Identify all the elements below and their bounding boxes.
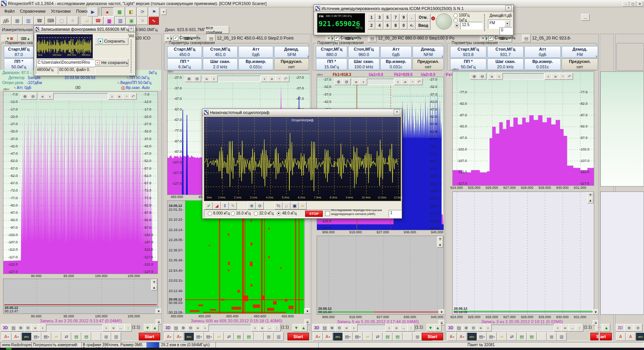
toolbar-overflow-button[interactable]: ... [581, 14, 590, 21]
wf-toolbar-page-last[interactable]: » [393, 324, 400, 332]
param-вризмер-button[interactable]: Вр.измер.0.031с [524, 58, 561, 70]
icom-key-3[interactable]: 3 [376, 13, 383, 21]
wf-toolbar-scrollbar[interactable] [46, 325, 103, 331]
an-toolbar-cursor-info[interactable]: ▥ [557, 332, 567, 341]
param-демод-button[interactable]: Демод.FM [562, 46, 598, 58]
toolbar-button-phone-record[interactable]: ☎ [93, 17, 104, 25]
wf-toolbar-view-3d[interactable]: 3D [616, 324, 625, 332]
an-toolbar-cursor-info[interactable]: ▥ [274, 332, 284, 341]
volume-slider[interactable] [131, 40, 131, 73]
plot-redo-zoom-icon[interactable]: ↶ [282, 75, 289, 82]
plot-scrollbar[interactable] [217, 76, 261, 82]
icom-key-6[interactable]: 6 [384, 21, 391, 30]
scroll-up-icon[interactable]: ▲ [151, 285, 157, 291]
an-toolbar-graph-type-2[interactable]: ▤▾ [353, 332, 363, 341]
akf-period-field[interactable]: 1 [389, 210, 402, 218]
plot-zoom-out-icon[interactable]: ⊖ [342, 78, 351, 85]
an-toolbar-open-folder[interactable]: ▱ [497, 332, 507, 341]
an-toolbar-db-book-2[interactable]: ▤ [393, 332, 402, 341]
wf-toolbar-page-last[interactable]: » [561, 324, 569, 332]
wf-toolbar-scroll-down[interactable]: ▼ [427, 324, 434, 332]
an-toolbar-marker-font-1[interactable]: A▾ [2, 332, 12, 341]
wf-toolbar-fit-height[interactable]: ↕ [576, 324, 583, 332]
panel-4-params-more[interactable]: › [596, 54, 599, 59]
wf-toolbar-zoom-out[interactable]: ⊖ [633, 324, 642, 332]
scroll-top-icon[interactable]: ⇈ [437, 236, 443, 242]
toolbar-button-spectrogram[interactable]: ▩ [114, 7, 125, 17]
an-toolbar-abc-labels[interactable]: abc [21, 332, 31, 341]
param-демод-button[interactable]: Демод.SFM [274, 46, 309, 58]
osc-toolbar-save[interactable]: ▣ [291, 202, 299, 210]
toolbar-button-columns[interactable]: ▥ [23, 17, 34, 25]
wf-toolbar-page-prev[interactable]: ‹ [484, 324, 492, 332]
toolbar-dropdown[interactable]: ▾ [161, 9, 166, 15]
wf-toolbar-scrollbar[interactable] [357, 325, 386, 331]
an-toolbar-graph-type-2[interactable]: ▤▾ [487, 332, 497, 341]
param-стартмгц-button[interactable]: Старт,МГц880.0 [316, 46, 347, 58]
an-toolbar-open-folder[interactable]: ▱ [363, 332, 373, 341]
icom-key-7[interactable]: 7 [392, 13, 399, 21]
toolbar-button-bars-thumb[interactable]: ▥ [115, 17, 126, 25]
plot-page-prev-icon[interactable]: ‹ [46, 93, 54, 100]
an-toolbar-export[interactable]: ⇄ [507, 332, 517, 341]
an-toolbar-export[interactable]: ⇄ [224, 332, 234, 341]
panel-4-spectrum-plot[interactable] [452, 71, 594, 186]
toolbar-button-delete[interactable]: ✕ [137, 17, 148, 25]
osc-rate-option[interactable]: 16.0 кГц [231, 211, 251, 216]
wf-toolbar-view-3d[interactable]: 3D [312, 324, 321, 332]
wf-toolbar-zoom-out[interactable]: ⊖ [470, 324, 477, 332]
chevron-down-icon[interactable]: ▼ [504, 20, 510, 26]
scroll-top-icon[interactable]: ⇈ [151, 279, 157, 285]
wf-toolbar-page-first[interactable]: « [477, 324, 485, 332]
param-стартмгц-button[interactable]: Старт,МГц87.0 [4, 46, 34, 58]
plot-page-prev-icon[interactable]: ‹ [360, 78, 367, 85]
panel-2-start-button[interactable]: Start [288, 333, 309, 340]
step-radio-custom[interactable] [455, 24, 459, 28]
axis-scroll-down-icon[interactable]: ▼ [304, 309, 310, 314]
osc-toolbar-marker[interactable]: µ [283, 202, 291, 210]
an-toolbar-blank[interactable] [402, 332, 412, 341]
wf-toolbar-page-first[interactable]: « [343, 324, 350, 332]
plot-page-first-icon[interactable]: « [203, 75, 210, 82]
osc-toolbar-pencil[interactable]: ✎ [229, 202, 237, 210]
scroll-top-icon[interactable]: ⇈ [587, 192, 593, 198]
wf-toolbar-zoom-out[interactable]: ⊖ [187, 324, 194, 332]
maximize-button[interactable]: ▢ [629, 1, 636, 7]
step-option-100Гц[interactable]: 100Гц [453, 13, 470, 18]
an-toolbar-blank[interactable] [254, 332, 264, 341]
panel-4-start-button[interactable]: Start [590, 333, 612, 340]
close-icon[interactable]: ✕ [129, 26, 134, 32]
an-toolbar-marker-font-2[interactable]: A▾ [174, 332, 184, 341]
toolbar-button-run[interactable]: ▶ [87, 7, 98, 17]
osc-rate-radio[interactable] [254, 211, 258, 216]
plot-page-last-icon[interactable]: » [115, 93, 123, 100]
wf-toolbar-zoom-out[interactable]: ⊖ [335, 324, 343, 332]
wf-toolbar-view-3d[interactable]: 3D [446, 324, 455, 332]
osc-toolbar-apply[interactable]: ✔ [205, 202, 213, 210]
osc-toolbar-arrows[interactable]: ⇕ [221, 202, 229, 210]
panel-3-db-doc-button[interactable]: ▤ [368, 35, 376, 42]
an-toolbar-blank[interactable] [91, 332, 101, 341]
param-атт-button[interactable]: Атт0дБ [238, 46, 273, 58]
panel-4-db-doc-button[interactable]: ▤ [522, 35, 531, 42]
menu-item-Файл[interactable]: Файл [2, 8, 17, 14]
an-toolbar-db-book-1[interactable]: ▤ [234, 332, 244, 341]
an-toolbar-db-book-2[interactable]: ▤ [244, 332, 254, 341]
panel-1-start-button[interactable]: Start [139, 333, 160, 340]
an-toolbar-marker-font-1[interactable]: A▾ [313, 332, 323, 341]
an-toolbar-marker-font-2[interactable]: A▾ [12, 332, 21, 341]
an-toolbar-db-book-1[interactable]: ▤ [517, 332, 527, 341]
an-toolbar-graph-grid[interactable]: ▦ [264, 332, 274, 341]
close-icon[interactable]: ✕ [505, 5, 512, 11]
wf-toolbar-page-prev[interactable]: ‹ [350, 324, 358, 332]
icom-key-0[interactable]: 0 [400, 21, 407, 30]
plot-page-last-icon[interactable]: » [552, 73, 559, 80]
plot-zoom-out-icon[interactable]: ⊖ [193, 75, 201, 82]
toolbar-button-phonebook[interactable]: ☎ [34, 17, 45, 25]
osc-rate-radio[interactable] [208, 211, 212, 216]
wf-toolbar-page-next[interactable]: › [554, 324, 562, 332]
wf-toolbar-zoom-in[interactable]: ⊕ [624, 324, 634, 332]
toolbar-button-capture[interactable]: ▣ [126, 17, 137, 25]
plot-zoom-in-icon[interactable]: ⊕ [185, 75, 193, 82]
param-пп-button[interactable]: ПП *6.0кГц [167, 58, 202, 70]
